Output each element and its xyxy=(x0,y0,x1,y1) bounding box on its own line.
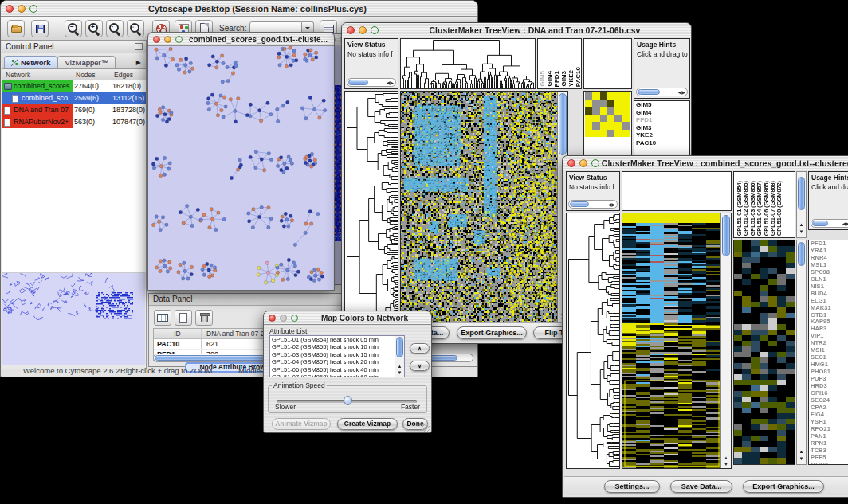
zoom-window-icon[interactable] xyxy=(29,5,37,13)
gene-label[interactable]: PFD1 xyxy=(634,116,689,124)
minimize-icon[interactable] xyxy=(579,159,587,167)
main-window-title: Cytoscape Desktop (Session Name: collins… xyxy=(37,4,477,14)
resize-grip[interactable] xyxy=(422,424,430,432)
heatmap-vscrollbar[interactable]: ▲▼ xyxy=(720,213,731,468)
network-row[interactable]: RNAPuberNov2+ 563(0) 107847(0) xyxy=(2,116,146,128)
new-attribute-button[interactable] xyxy=(175,310,192,326)
network-view-titlebar[interactable]: combined_scores_good.txt--cluste... xyxy=(148,33,334,46)
close-icon[interactable] xyxy=(347,26,355,34)
main-titlebar[interactable]: Cytoscape Desktop (Session Name: collins… xyxy=(1,1,477,17)
column-label[interactable]: PFD1 xyxy=(553,71,560,87)
usage-hints-hscrollbar[interactable]: ◀▶ xyxy=(811,219,848,228)
network-graph-canvas[interactable] xyxy=(148,46,334,290)
global-heatmap-canvas[interactable] xyxy=(401,92,557,323)
column-label[interactable]: PAC10 xyxy=(575,67,582,87)
attribute-list-item[interactable]: GPL51-06 (GSM865) heat shock 40 min xyxy=(270,366,404,373)
close-icon[interactable] xyxy=(269,315,276,322)
zoom-heatmap-canvas[interactable] xyxy=(734,240,795,464)
settings-button[interactable]: Settings... xyxy=(604,480,660,493)
row-dendrogram-canvas[interactable] xyxy=(345,92,398,323)
column-dendrogram-canvas[interactable] xyxy=(401,39,535,88)
float-panel-icon[interactable] xyxy=(135,43,143,50)
gene-label[interactable]: MON2 xyxy=(809,462,848,465)
close-icon[interactable] xyxy=(153,36,160,43)
global-heatmap-panel[interactable]: ▲▼ xyxy=(622,213,732,469)
create-vizmap-button[interactable]: Create Vizmap xyxy=(337,418,398,430)
minimize-icon[interactable] xyxy=(18,5,26,13)
select-attributes-button[interactable] xyxy=(154,310,171,326)
minimize-icon[interactable] xyxy=(359,26,367,34)
network-tab-icon xyxy=(11,59,18,66)
column-dendrogram-panel[interactable] xyxy=(400,38,536,89)
treeview1-titlebar[interactable]: ClusterMaker TreeView : DNA and Tran 07-… xyxy=(342,23,691,37)
tab-vizmapper[interactable]: VizMapper™ xyxy=(57,56,116,68)
view-status-hscrollbar[interactable]: ◀▶ xyxy=(347,78,396,87)
network-row[interactable]: combined_scores 2764(0) 16218(0) xyxy=(2,80,146,92)
network-overview-pane[interactable] xyxy=(2,272,145,365)
attribute-list-item[interactable]: GPL51-01 (GSM854) heat shock 05 min xyxy=(270,336,404,343)
move-up-button[interactable]: ∧ xyxy=(410,343,430,354)
faster-label: Faster xyxy=(401,403,420,411)
attribute-list-item[interactable]: GPL51-03 (GSM856) heat shock 15 min xyxy=(270,351,404,358)
network-row[interactable]: DNA and Tran 07 769(0) 183728(0) xyxy=(2,104,146,116)
save-data-button[interactable]: Save Data... xyxy=(670,480,732,493)
zoom-window-icon[interactable] xyxy=(591,159,599,167)
column-labels-vscrollbar[interactable]: ▲▼ xyxy=(796,171,807,238)
close-icon[interactable] xyxy=(6,5,14,13)
attribute-list-item[interactable]: GPL51-02 (GSM855) heat shock 10 min xyxy=(270,343,404,350)
attribute-list-item[interactable]: GPL51-07 (GSM868) heat shock 60 min xyxy=(270,373,404,377)
export-graphics-button[interactable]: Export Graphics... xyxy=(743,480,824,493)
speed-slider-thumb[interactable] xyxy=(344,396,352,405)
zoom-out-button[interactable] xyxy=(65,20,82,37)
row-dendrogram-canvas[interactable] xyxy=(567,213,619,468)
treeview-window-combined-scores: ClusterMaker TreeView : combined_scores_… xyxy=(562,155,848,498)
column-label[interactable]: GIM3 xyxy=(560,71,567,87)
open-session-button[interactable] xyxy=(7,20,25,37)
view-status-hscrollbar[interactable]: ◀▶ xyxy=(568,200,618,209)
column-dendrogram-panel[interactable] xyxy=(622,171,732,211)
move-down-button[interactable]: ∨ xyxy=(410,361,430,371)
save-session-button[interactable] xyxy=(31,20,49,37)
gene-label[interactable]: GIM4 xyxy=(634,109,689,117)
column-label[interactable]: GIM5 xyxy=(539,71,546,87)
animate-vizmap-button[interactable]: Animate Vizmap xyxy=(272,418,331,430)
gene-label[interactable]: GIM3 xyxy=(634,124,689,132)
zoom-selected-button[interactable] xyxy=(106,20,124,37)
zoom-heatmap-matrix[interactable] xyxy=(585,92,630,137)
zoom-window-icon[interactable] xyxy=(371,26,379,34)
zoom-window-icon[interactable] xyxy=(175,36,183,43)
tab-network[interactable]: Network xyxy=(4,56,57,68)
gene-label[interactable]: YKE2 xyxy=(634,131,689,139)
minimize-icon[interactable] xyxy=(280,315,287,322)
tab-overflow-arrow-icon[interactable]: ▶ xyxy=(136,59,144,68)
export-graphics-button[interactable]: Export Graphics... xyxy=(457,326,527,339)
zoom-heatmap-panel[interactable] xyxy=(733,240,795,465)
close-icon[interactable] xyxy=(567,159,575,167)
gene-label[interactable]: GIM5 xyxy=(634,101,689,109)
col-network: Network xyxy=(6,71,30,79)
global-heatmap-canvas[interactable] xyxy=(622,213,720,468)
zoom-window-icon[interactable] xyxy=(291,315,298,322)
gene-label[interactable]: PAC10 xyxy=(634,139,689,147)
delete-attribute-button[interactable] xyxy=(195,310,213,326)
column-label[interactable]: GPL51-08 (GSM872) xyxy=(776,181,783,236)
network-overview-canvas[interactable] xyxy=(2,273,143,364)
row-dendrogram-panel[interactable] xyxy=(566,213,620,469)
attribute-list-vscrollbar[interactable]: ▲▼ xyxy=(395,336,404,377)
network-row[interactable]: combined_sco 2569(6) 13112(15) xyxy=(2,92,146,104)
zoom-vscrollbar[interactable]: ▲▼ xyxy=(796,240,807,465)
minimize-icon[interactable] xyxy=(164,36,171,43)
attribute-list-item[interactable]: GPL51-04 (GSM857) heat shock 20 min xyxy=(270,358,404,365)
col-id: ID xyxy=(154,329,202,338)
network-nodes-count: 563(0) xyxy=(74,118,112,126)
global-heatmap-panel[interactable]: ▲▼ xyxy=(400,91,568,324)
zoom-in-button[interactable] xyxy=(85,20,103,37)
row-dendrogram-panel[interactable] xyxy=(344,91,398,324)
dialog-titlebar[interactable]: Map Colors to Network xyxy=(264,311,431,325)
column-label[interactable]: GPL51-04 (GSM857) xyxy=(756,181,763,236)
column-label[interactable]: GIM4 xyxy=(546,71,553,87)
usage-hints-hscrollbar[interactable]: ◀▶ xyxy=(636,88,688,96)
treeview2-titlebar[interactable]: ClusterMaker TreeView : combined_scores_… xyxy=(563,156,848,170)
zoom-fit-button[interactable] xyxy=(127,20,144,37)
column-label[interactable]: YKE2 xyxy=(567,70,575,87)
